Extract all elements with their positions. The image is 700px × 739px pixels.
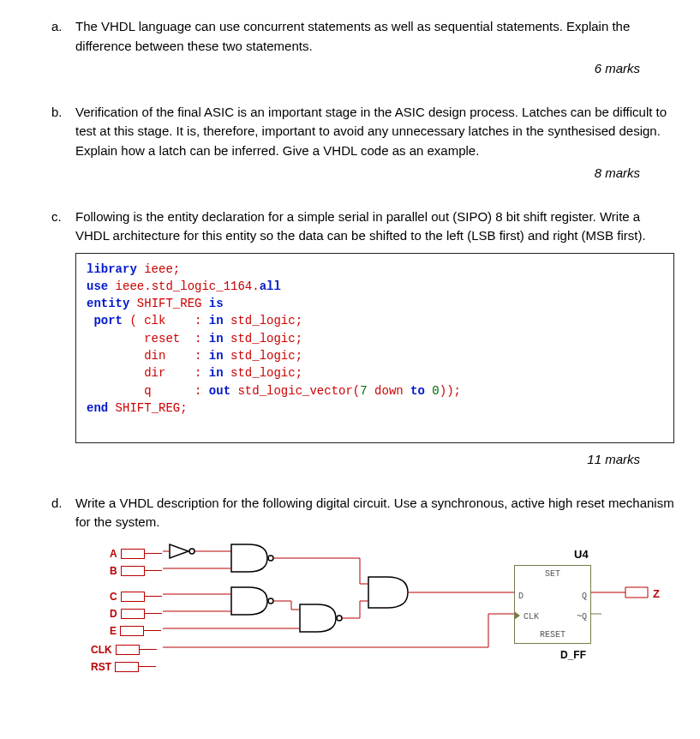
ff-clk-label: CLK: [524, 610, 539, 623]
question-a: a. The VHDL language can use concurrent …: [51, 17, 674, 79]
kw-use: use: [87, 279, 108, 293]
question-a-marks: 6 marks: [51, 59, 674, 79]
not-gate-icon: [170, 544, 194, 558]
kw-port: port: [87, 314, 123, 327]
question-b-text: Verification of the final ASIC is an imp…: [75, 103, 674, 161]
kw-library: library: [87, 262, 137, 276]
z-label: Z: [653, 586, 660, 603]
circuit-diagram: A B C D E CLK RST: [111, 541, 660, 678]
question-b-label: b.: [51, 103, 75, 123]
kw-out: out: [209, 384, 230, 398]
question-a-label: a.: [51, 17, 75, 37]
question-c-text: Following is the entity declaration for …: [75, 207, 674, 246]
question-d: d. Write a VHDL description for the foll…: [51, 494, 674, 678]
svg-point-3: [268, 556, 273, 561]
and-gate-icon: [368, 577, 408, 608]
kw-in: in: [209, 349, 224, 363]
question-c-label: c.: [51, 207, 75, 227]
svg-point-8: [337, 616, 342, 621]
nand-gate-icon: [231, 544, 273, 572]
kw-entity: entity: [87, 297, 129, 310]
ff-reset-label: RESET: [515, 628, 590, 641]
question-c: c. Following is the entity declaration f…: [51, 207, 674, 470]
question-d-label: d.: [51, 494, 75, 514]
kw-is: is: [209, 297, 224, 310]
nand-gate-icon: [231, 587, 273, 615]
ff-set-label: SET: [515, 568, 590, 580]
ff-q-label: Q: [582, 590, 587, 603]
question-b-marks: 8 marks: [51, 164, 674, 183]
ff-nq-label: ~Q: [577, 610, 587, 623]
ff-d-label: D: [518, 590, 524, 603]
kw-to: to: [410, 384, 425, 398]
kw-in: in: [209, 314, 224, 327]
u4-label: U4: [574, 546, 589, 563]
kw-end: end: [87, 401, 108, 415]
kw-all: all: [260, 279, 281, 293]
kw-in: in: [209, 366, 224, 380]
svg-point-5: [268, 598, 273, 604]
question-b: b. Verification of the final ASIC is an …: [51, 103, 674, 183]
nand-gate-icon: [300, 604, 342, 632]
kw-in: in: [209, 332, 224, 345]
question-c-marks: 11 marks: [51, 450, 674, 470]
vhdl-code-box: library ieee; use ieee.std_logic_1164.al…: [75, 253, 674, 444]
dff-label: D_FF: [560, 647, 586, 663]
clock-triangle-icon: [514, 611, 520, 620]
question-d-text: Write a VHDL description for the followi…: [75, 494, 674, 532]
question-a-text: The VHDL language can use concurrent sta…: [75, 17, 674, 56]
d-flip-flop: SET D Q CLK ~Q RESET: [514, 565, 591, 644]
